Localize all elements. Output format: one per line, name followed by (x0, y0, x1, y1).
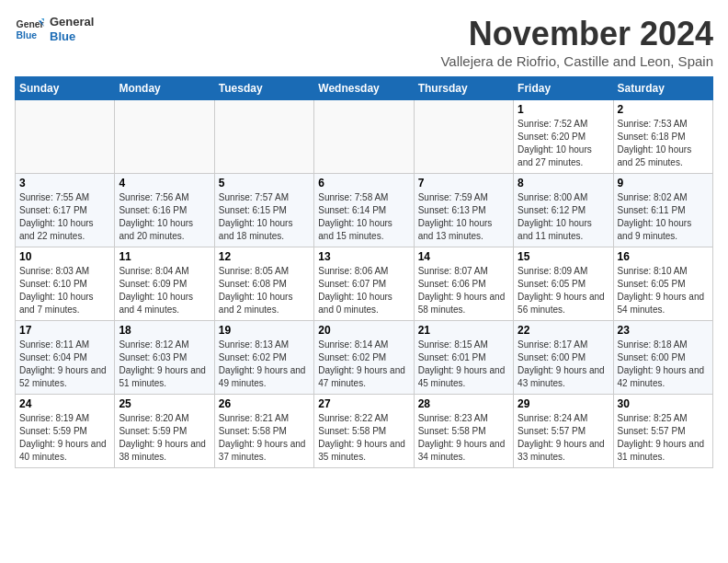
day-number: 9 (618, 177, 709, 190)
day-number: 13 (318, 250, 409, 263)
day-info: Sunrise: 8:20 AM Sunset: 5:59 PM Dayligh… (119, 412, 210, 464)
calendar-cell: 2Sunrise: 7:53 AM Sunset: 6:18 PM Daylig… (613, 100, 712, 174)
calendar-cell: 27Sunrise: 8:22 AM Sunset: 5:58 PM Dayli… (314, 395, 414, 468)
day-number: 7 (418, 177, 509, 190)
day-info: Sunrise: 8:09 AM Sunset: 6:05 PM Dayligh… (518, 265, 609, 316)
calendar-cell: 13Sunrise: 8:06 AM Sunset: 6:07 PM Dayli… (314, 247, 414, 321)
calendar-cell: 7Sunrise: 7:59 AM Sunset: 6:13 PM Daylig… (414, 174, 513, 247)
day-number: 29 (518, 397, 609, 410)
day-info: Sunrise: 8:22 AM Sunset: 5:58 PM Dayligh… (318, 412, 409, 464)
calendar-cell: 1Sunrise: 7:52 AM Sunset: 6:20 PM Daylig… (514, 100, 613, 174)
day-info: Sunrise: 8:11 AM Sunset: 6:04 PM Dayligh… (19, 339, 110, 390)
calendar-cell (414, 100, 513, 174)
day-number: 3 (19, 177, 110, 190)
calendar-cell: 15Sunrise: 8:09 AM Sunset: 6:05 PM Dayli… (514, 247, 613, 321)
calendar-cell: 17Sunrise: 8:11 AM Sunset: 6:04 PM Dayli… (16, 321, 115, 395)
logo-icon: General Blue (15, 15, 44, 44)
day-number: 22 (518, 324, 609, 337)
day-number: 17 (19, 324, 110, 337)
day-number: 27 (318, 397, 409, 410)
weekday-header: Friday (514, 77, 613, 100)
day-number: 5 (219, 177, 310, 190)
calendar-cell (214, 100, 313, 174)
calendar-cell: 23Sunrise: 8:18 AM Sunset: 6:00 PM Dayli… (613, 321, 712, 395)
day-info: Sunrise: 8:24 AM Sunset: 5:57 PM Dayligh… (518, 412, 609, 464)
day-info: Sunrise: 8:23 AM Sunset: 5:58 PM Dayligh… (418, 412, 509, 464)
day-info: Sunrise: 8:06 AM Sunset: 6:07 PM Dayligh… (318, 265, 409, 316)
day-number: 24 (19, 397, 110, 410)
calendar-cell: 9Sunrise: 8:02 AM Sunset: 6:11 PM Daylig… (613, 174, 712, 247)
weekday-header-row: SundayMondayTuesdayWednesdayThursdayFrid… (16, 77, 713, 100)
day-number: 8 (518, 177, 609, 190)
day-number: 25 (119, 397, 210, 410)
calendar-week-row: 3Sunrise: 7:55 AM Sunset: 6:17 PM Daylig… (16, 174, 713, 247)
day-info: Sunrise: 8:02 AM Sunset: 6:11 PM Dayligh… (618, 191, 709, 243)
calendar-cell: 6Sunrise: 7:58 AM Sunset: 6:14 PM Daylig… (314, 174, 414, 247)
day-info: Sunrise: 8:10 AM Sunset: 6:05 PM Dayligh… (618, 265, 709, 316)
day-number: 30 (618, 397, 709, 410)
calendar-cell: 24Sunrise: 8:19 AM Sunset: 5:59 PM Dayli… (16, 395, 115, 468)
day-number: 14 (418, 250, 509, 263)
calendar-cell: 8Sunrise: 8:00 AM Sunset: 6:12 PM Daylig… (514, 174, 613, 247)
day-number: 20 (318, 324, 409, 337)
calendar-cell: 10Sunrise: 8:03 AM Sunset: 6:10 PM Dayli… (16, 247, 115, 321)
day-info: Sunrise: 8:21 AM Sunset: 5:58 PM Dayligh… (219, 412, 310, 464)
calendar-cell: 18Sunrise: 8:12 AM Sunset: 6:03 PM Dayli… (115, 321, 214, 395)
calendar-cell: 11Sunrise: 8:04 AM Sunset: 6:09 PM Dayli… (115, 247, 214, 321)
day-number: 1 (518, 103, 609, 116)
page-header: General Blue General Blue November 2024 … (15, 15, 713, 69)
day-number: 26 (219, 397, 310, 410)
day-info: Sunrise: 8:15 AM Sunset: 6:01 PM Dayligh… (418, 339, 509, 390)
day-info: Sunrise: 7:58 AM Sunset: 6:14 PM Dayligh… (318, 191, 409, 243)
day-info: Sunrise: 8:14 AM Sunset: 6:02 PM Dayligh… (318, 339, 409, 390)
day-info: Sunrise: 8:07 AM Sunset: 6:06 PM Dayligh… (418, 265, 509, 316)
logo-line2: Blue (50, 29, 94, 44)
day-info: Sunrise: 8:18 AM Sunset: 6:00 PM Dayligh… (618, 339, 709, 390)
logo-line1: General (50, 15, 94, 29)
day-number: 11 (119, 250, 210, 263)
calendar-cell: 25Sunrise: 8:20 AM Sunset: 5:59 PM Dayli… (115, 395, 214, 468)
svg-text:Blue: Blue (17, 30, 38, 40)
calendar-cell: 20Sunrise: 8:14 AM Sunset: 6:02 PM Dayli… (314, 321, 414, 395)
day-info: Sunrise: 8:25 AM Sunset: 5:57 PM Dayligh… (618, 412, 709, 464)
title-area: November 2024 Vallejera de Riofrio, Cast… (440, 15, 713, 69)
weekday-header: Thursday (414, 77, 513, 100)
day-number: 15 (518, 250, 609, 263)
weekday-header: Wednesday (314, 77, 414, 100)
day-info: Sunrise: 8:12 AM Sunset: 6:03 PM Dayligh… (119, 339, 210, 390)
weekday-header: Saturday (613, 77, 712, 100)
calendar-cell: 21Sunrise: 8:15 AM Sunset: 6:01 PM Dayli… (414, 321, 513, 395)
day-info: Sunrise: 8:17 AM Sunset: 6:00 PM Dayligh… (518, 339, 609, 390)
day-info: Sunrise: 8:05 AM Sunset: 6:08 PM Dayligh… (219, 265, 310, 316)
calendar-cell: 26Sunrise: 8:21 AM Sunset: 5:58 PM Dayli… (214, 395, 313, 468)
calendar-cell (314, 100, 414, 174)
day-info: Sunrise: 7:52 AM Sunset: 6:20 PM Dayligh… (518, 118, 609, 169)
calendar-cell: 16Sunrise: 8:10 AM Sunset: 6:05 PM Dayli… (613, 247, 712, 321)
day-number: 28 (418, 397, 509, 410)
day-info: Sunrise: 8:04 AM Sunset: 6:09 PM Dayligh… (119, 265, 210, 316)
day-info: Sunrise: 8:00 AM Sunset: 6:12 PM Dayligh… (518, 191, 609, 243)
calendar-cell: 29Sunrise: 8:24 AM Sunset: 5:57 PM Dayli… (514, 395, 613, 468)
day-info: Sunrise: 8:19 AM Sunset: 5:59 PM Dayligh… (19, 412, 110, 464)
day-number: 19 (219, 324, 310, 337)
day-info: Sunrise: 7:56 AM Sunset: 6:16 PM Dayligh… (119, 191, 210, 243)
day-info: Sunrise: 8:03 AM Sunset: 6:10 PM Dayligh… (19, 265, 110, 316)
weekday-header: Sunday (16, 77, 115, 100)
calendar-cell: 3Sunrise: 7:55 AM Sunset: 6:17 PM Daylig… (16, 174, 115, 247)
calendar-cell: 19Sunrise: 8:13 AM Sunset: 6:02 PM Dayli… (214, 321, 313, 395)
calendar-week-row: 10Sunrise: 8:03 AM Sunset: 6:10 PM Dayli… (16, 247, 713, 321)
weekday-header: Tuesday (214, 77, 313, 100)
logo: General Blue General Blue (15, 15, 94, 44)
day-number: 16 (618, 250, 709, 263)
calendar-cell: 14Sunrise: 8:07 AM Sunset: 6:06 PM Dayli… (414, 247, 513, 321)
day-number: 21 (418, 324, 509, 337)
calendar-cell: 12Sunrise: 8:05 AM Sunset: 6:08 PM Dayli… (214, 247, 313, 321)
day-number: 4 (119, 177, 210, 190)
calendar-cell: 5Sunrise: 7:57 AM Sunset: 6:15 PM Daylig… (214, 174, 313, 247)
location-title: Vallejera de Riofrio, Castille and Leon,… (440, 53, 713, 69)
calendar-week-row: 1Sunrise: 7:52 AM Sunset: 6:20 PM Daylig… (16, 100, 713, 174)
day-number: 23 (618, 324, 709, 337)
day-info: Sunrise: 7:55 AM Sunset: 6:17 PM Dayligh… (19, 191, 110, 243)
day-number: 6 (318, 177, 409, 190)
calendar-cell: 28Sunrise: 8:23 AM Sunset: 5:58 PM Dayli… (414, 395, 513, 468)
